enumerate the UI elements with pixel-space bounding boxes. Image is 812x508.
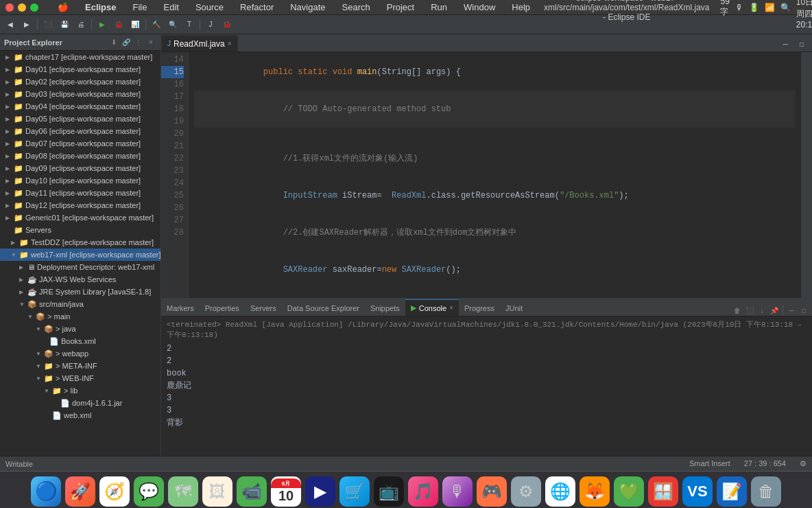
- tree-item-books-xml[interactable]: ▶ 📄 Books.xml: [0, 335, 160, 347]
- console-pin[interactable]: 📌: [769, 305, 780, 316]
- close-button[interactable]: [5, 3, 14, 12]
- dock-icon-wechat[interactable]: 💚: [614, 476, 644, 507]
- tree-item-webxml[interactable]: ▶ 📄 web.xml: [0, 409, 160, 422]
- maximize-editor[interactable]: □: [794, 36, 809, 51]
- code-content[interactable]: public static void main(String[] args) {…: [189, 52, 801, 298]
- tree-item-java[interactable]: ▼ 📦 > java: [0, 323, 160, 335]
- menubar-refactor[interactable]: Refactor: [237, 2, 276, 12]
- toolbar-profile[interactable]: 📊: [128, 17, 143, 32]
- tree-item-day03[interactable]: ▶ 📁 Day03 [eclipse-workspace master]: [0, 88, 160, 100]
- dock-icon-finder[interactable]: 🔵: [31, 476, 61, 507]
- tree-item-day10[interactable]: ▶ 📁 Day10 [eclipse-workspace master]: [0, 174, 160, 187]
- dock-icon-podcasts[interactable]: 🎙: [442, 476, 473, 507]
- tree-item-meta-inf[interactable]: ▼ 📁 > META-INF: [0, 360, 160, 372]
- dock-icon-messages[interactable]: 💬: [134, 476, 164, 507]
- dock-icon-maps[interactable]: 🗺: [168, 476, 198, 507]
- tree-item-deployment[interactable]: ▶ 🖥 Deployment Descriptor: web17-xml: [0, 261, 160, 273]
- tab-markers[interactable]: Markers: [161, 299, 200, 316]
- sidebar-collapse[interactable]: ⬇: [108, 37, 119, 48]
- editor-tab-close[interactable]: ×: [228, 40, 232, 47]
- tree-item-chapter17[interactable]: ▶ 📁 chapter17 [eclipse-workspace master]: [0, 51, 160, 63]
- sidebar-close[interactable]: ×: [145, 37, 156, 48]
- tree-item-day08[interactable]: ▶ 📁 Day08 [eclipse-workspace master]: [0, 150, 160, 162]
- toolbar-run[interactable]: ▶: [95, 17, 110, 32]
- tab-servers[interactable]: Servers: [245, 299, 282, 316]
- dock-icon-chrome[interactable]: 🌐: [545, 476, 575, 507]
- toolbar-open-type[interactable]: T: [182, 17, 197, 32]
- code-editor[interactable]: 14 15 16 17 18 19 20 21 22 23 24 25 26 2…: [161, 52, 812, 298]
- tree-item-day05[interactable]: ▶ 📁 Day05 [eclipse-workspace master]: [0, 113, 160, 125]
- sidebar-menu[interactable]: ⋮: [133, 37, 144, 48]
- dock-icon-parallels[interactable]: 🪟: [648, 476, 678, 507]
- toolbar-print[interactable]: 🖨: [73, 17, 88, 32]
- dock-icon-settings[interactable]: ⚙: [511, 476, 541, 507]
- tab-progress[interactable]: Progress: [459, 299, 500, 316]
- dock-icon-facetime[interactable]: 📹: [237, 476, 267, 507]
- tab-snippets[interactable]: Snippets: [365, 299, 405, 316]
- tab-close[interactable]: ×: [449, 304, 453, 312]
- dock-icon-appstore[interactable]: 🛒: [339, 476, 370, 507]
- maximize-panel[interactable]: □: [798, 305, 809, 316]
- tree-item-main[interactable]: ▼ 📦 > main: [0, 310, 160, 323]
- menubar-window[interactable]: Window: [461, 2, 498, 12]
- dock-icon-photos[interactable]: 🖼: [202, 476, 232, 507]
- tree-item-day09[interactable]: ▶ 📁 Day09 [eclipse-workspace master]: [0, 162, 160, 174]
- menubar-project[interactable]: Project: [384, 2, 417, 12]
- tab-properties[interactable]: Properties: [200, 299, 245, 316]
- dock-icon-firefox[interactable]: 🦊: [580, 476, 610, 507]
- tab-junit[interactable]: JUnit: [500, 299, 528, 316]
- tree-item-day02[interactable]: ▶ 📁 Day02 [eclipse-workspace master]: [0, 76, 160, 88]
- tree-item-web17-xml[interactable]: ▼ 📁 web17-xml [eclipse-workspace master]: [0, 249, 160, 261]
- tree-item-day06[interactable]: ▶ 📁 Day06 [eclipse-workspace master]: [0, 125, 160, 137]
- tree-item-lib[interactable]: ▼ 📁 > lib: [0, 384, 160, 397]
- toolbar-perspective-debug[interactable]: 🐞: [219, 17, 235, 32]
- dock-icon-calendar[interactable]: 8月 10: [271, 476, 301, 507]
- tree-item-day04[interactable]: ▶ 📁 Day04 [eclipse-workspace master]: [0, 100, 160, 113]
- toolbar-new[interactable]: ⬛: [40, 17, 56, 32]
- tree-item-dom4j[interactable]: ▶ 📄 dom4j-1.6.1.jar: [0, 397, 160, 409]
- dock-icon-trash[interactable]: 🗑: [751, 476, 781, 507]
- tree-item-src[interactable]: ▼ 📦 src/main/java: [0, 298, 160, 310]
- minimize-button[interactable]: [18, 3, 26, 12]
- dock-icon-quicktime[interactable]: ▶: [305, 476, 335, 507]
- tree-item-generic01[interactable]: ▶ 📁 Generic01 [eclipse-workspace master]: [0, 211, 160, 224]
- toolbar-save[interactable]: 💾: [57, 17, 72, 32]
- toolbar-debug[interactable]: 🐞: [111, 17, 126, 32]
- editor-scrollbar[interactable]: [801, 52, 812, 298]
- tree-item-day07[interactable]: ▶ 📁 Day07 [eclipse-workspace master]: [0, 137, 160, 150]
- menubar-file[interactable]: File: [130, 2, 150, 12]
- dock-icon-appletv[interactable]: 📺: [374, 476, 404, 507]
- dock-icon-launchpad[interactable]: 🚀: [65, 476, 95, 507]
- dock-icon-word[interactable]: 📝: [717, 476, 747, 507]
- menubar-source[interactable]: Source: [193, 2, 226, 12]
- tree-item-jre[interactable]: ▶ ☕ JRE System Library [JavaSE-1.8]: [0, 286, 160, 298]
- tree-item-day01[interactable]: ▶ 📁 Day01 [eclipse-workspace master]: [0, 63, 160, 76]
- tab-datasource[interactable]: Data Source Explorer: [282, 299, 365, 316]
- tree-item-webapp[interactable]: ▼ 📦 > webapp: [0, 347, 160, 360]
- menubar-eclipse[interactable]: Eclipse: [82, 2, 119, 12]
- console-scroll-end[interactable]: ↓: [756, 305, 767, 316]
- dock-icon-vscode[interactable]: VS: [682, 476, 713, 507]
- minimize-panel[interactable]: ─: [786, 305, 797, 316]
- console-clear[interactable]: 🗑: [732, 305, 743, 316]
- editor-tab-readxml[interactable]: J ReadXml.java ×: [161, 35, 238, 51]
- console-terminate[interactable]: ⬛: [744, 305, 755, 316]
- toolbar-build[interactable]: 🔨: [149, 17, 164, 32]
- statusbar-settings-icon[interactable]: ⚙: [800, 459, 807, 468]
- menubar-run[interactable]: Run: [428, 2, 450, 12]
- minimize-editor[interactable]: ─: [778, 36, 793, 51]
- toolbar-search[interactable]: 🔍: [165, 17, 180, 32]
- menubar-edit[interactable]: Edit: [160, 2, 181, 12]
- dock-icon-music[interactable]: 🎵: [408, 476, 438, 507]
- menubar-navigate[interactable]: Navigate: [287, 2, 328, 12]
- maximize-button[interactable]: [30, 3, 38, 12]
- tree-item-testddz[interactable]: ▶ 📁 TestDDZ [eclipse-workspace master]: [0, 236, 160, 249]
- tree-item-jaxws[interactable]: ▶ ☕ JAX-WS Web Services: [0, 273, 160, 286]
- tree-item-day12[interactable]: ▶ 📁 Day12 [eclipse-workspace master]: [0, 199, 160, 211]
- tree-item-day11[interactable]: ▶ 📁 Day11 [eclipse-workspace master]: [0, 187, 160, 199]
- apple-menu[interactable]: 🍎: [55, 2, 71, 12]
- tree-item-servers[interactable]: ▶ 📁 Servers: [0, 224, 160, 236]
- toolbar-forward[interactable]: ▶: [19, 17, 34, 32]
- dock-icon-app1[interactable]: 🎮: [477, 476, 507, 507]
- sidebar-link[interactable]: 🔗: [121, 37, 132, 48]
